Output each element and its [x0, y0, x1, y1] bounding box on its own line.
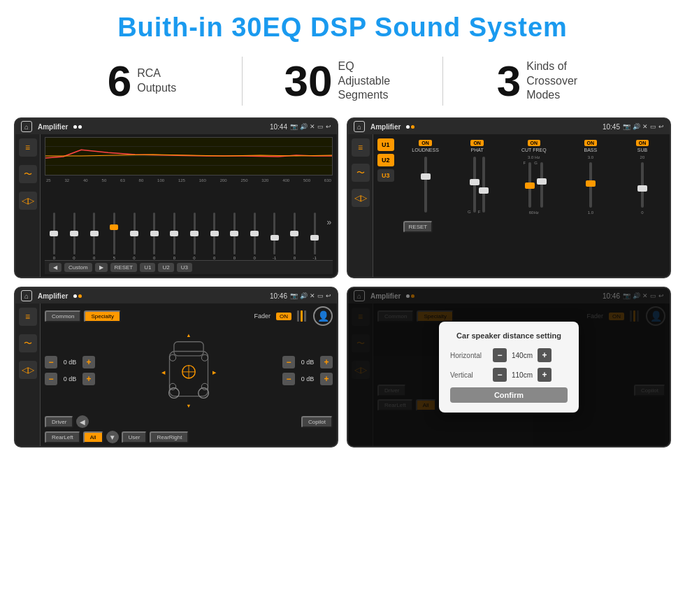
- db-plus-3[interactable]: +: [320, 356, 333, 368]
- amp-presets: U1 U2 U3: [373, 134, 398, 277]
- freq-32: 32: [65, 178, 70, 182]
- amp-time: 10:45: [603, 123, 620, 131]
- eq-screen: Amplifier 10:44 📷 🔊 ✕ ▭ ↩ ≡ 〜 ◁▷: [14, 117, 338, 278]
- amp-filter-btn[interactable]: ≡: [352, 138, 370, 157]
- db-plus-1[interactable]: +: [82, 356, 95, 368]
- user-btn[interactable]: User: [122, 431, 147, 443]
- fader-filter-btn[interactable]: ≡: [19, 308, 37, 326]
- confirm-button[interactable]: Confirm: [450, 387, 568, 403]
- eq-next-btn[interactable]: »: [325, 217, 333, 227]
- amp-dot1: [406, 125, 410, 129]
- eq-wave-btn[interactable]: 〜: [19, 165, 37, 183]
- db-minus-1[interactable]: −: [45, 356, 57, 368]
- eq-bottom-bar: ◀ Custom ▶ RESET U1 U2 U3: [45, 260, 333, 274]
- eq-status-icons: 📷 🔊 ✕ ▭ ↩: [290, 123, 331, 130]
- horizontal-plus[interactable]: +: [538, 348, 551, 362]
- svg-point-10: [170, 354, 176, 361]
- db-minus-3[interactable]: −: [282, 356, 295, 368]
- eq-filter-btn[interactable]: ≡: [19, 138, 37, 157]
- fader-volume-icon: 🔊: [300, 292, 308, 299]
- car-diagram: ▲ ▼ ◀ ▶: [99, 329, 278, 413]
- fader-content: − 0 dB + − 0 dB +: [45, 329, 333, 413]
- fader-vol-btn[interactable]: ◁▷: [19, 361, 37, 379]
- horizontal-row: Horizontal − 140cm +: [450, 348, 568, 362]
- vertical-minus[interactable]: −: [493, 368, 507, 382]
- freq-50: 50: [102, 178, 107, 182]
- stat-text-eq: EQ AdjustableSegments: [338, 59, 401, 103]
- stat-eq: 30 EQ AdjustableSegments: [243, 59, 442, 103]
- fader-wave-btn[interactable]: 〜: [19, 334, 37, 352]
- slider-5: 0: [125, 213, 144, 260]
- left-nav[interactable]: ◀: [76, 415, 89, 428]
- eq-main: 25 32 40 50 63 80 100 125 160 200 250 32…: [41, 134, 337, 277]
- driver-btn[interactable]: Driver: [45, 416, 73, 428]
- close-icon: ✕: [310, 123, 315, 130]
- u3-btn[interactable]: U3: [177, 263, 192, 272]
- fader-time: 10:46: [270, 292, 287, 300]
- specialty-tab[interactable]: Specialty: [84, 310, 120, 322]
- db-control-1: − 0 dB +: [45, 356, 95, 368]
- slider-3: 0: [85, 213, 103, 260]
- copilot-btn[interactable]: Copilot: [301, 416, 333, 428]
- u2-btn[interactable]: U2: [158, 263, 173, 272]
- custom-btn[interactable]: Custom: [64, 263, 92, 272]
- vertical-plus[interactable]: +: [538, 368, 551, 382]
- slider-2: 0: [65, 213, 84, 260]
- db-val-3: 0 dB: [298, 359, 317, 366]
- db-plus-4[interactable]: +: [320, 373, 333, 385]
- eq-sidebar: ≡ 〜 ◁▷: [15, 134, 41, 277]
- freq-400: 400: [282, 178, 289, 182]
- amp-screen: Amplifier 10:45 📷 🔊 ✕ ▭ ↩ ≡ 〜 ◁▷ U1: [347, 117, 671, 278]
- preset-u2[interactable]: U2: [377, 154, 394, 166]
- svg-point-12: [170, 383, 176, 389]
- dialog-screen: Amplifier 10:46 📷 🔊 ✕ ▭ ↩ ≡ 〜 ◁▷: [347, 287, 671, 447]
- preset-u3[interactable]: U3: [377, 169, 394, 182]
- db-minus-2[interactable]: −: [45, 373, 57, 385]
- prev-btn[interactable]: ◀: [49, 263, 62, 272]
- back-icon: ↩: [326, 123, 331, 130]
- freq-25: 25: [46, 178, 51, 182]
- fader-dot2: [78, 294, 82, 298]
- amp-sidebar: ≡ 〜 ◁▷: [348, 134, 373, 277]
- sub-on: ON: [636, 140, 649, 146]
- freq-160: 160: [199, 178, 206, 182]
- amp-home-icon[interactable]: [354, 121, 365, 132]
- db-minus-4[interactable]: −: [282, 373, 295, 385]
- home-icon[interactable]: [21, 121, 32, 132]
- preset-u1[interactable]: U1: [377, 138, 394, 151]
- slider-6: 0: [145, 213, 164, 260]
- loudness-on: ON: [419, 140, 432, 146]
- eq-vol-btn[interactable]: ◁▷: [19, 192, 37, 210]
- all-btn[interactable]: All: [83, 431, 103, 443]
- amp-reset-btn[interactable]: RESET: [403, 221, 433, 233]
- down-nav[interactable]: ▼: [106, 431, 119, 443]
- horizontal-minus[interactable]: −: [493, 348, 507, 362]
- amp-window-icon: ▭: [650, 123, 656, 130]
- fader-window-icon: ▭: [317, 292, 324, 299]
- slider-8: 0: [185, 213, 204, 260]
- fader-label: Fader: [254, 313, 271, 320]
- rearright-btn[interactable]: RearRight: [150, 431, 189, 443]
- eq-time: 10:44: [270, 123, 287, 131]
- fader-left-col: − 0 dB + − 0 dB +: [45, 329, 95, 413]
- amp-vol-btn[interactable]: ◁▷: [352, 189, 370, 207]
- fader-right-col: − 0 dB + − 0 dB +: [282, 329, 333, 413]
- amp-wave-btn[interactable]: 〜: [352, 164, 370, 182]
- stat-text-crossover: Kinds ofCrossover Modes: [526, 59, 589, 103]
- reset-btn[interactable]: RESET: [110, 263, 138, 272]
- stats-row: 6 RCAOutputs 30 EQ AdjustableSegments 3 …: [0, 50, 685, 114]
- fader-bottom-2: RearLeft All ▼ User RearRight: [45, 431, 333, 443]
- fader-home-icon[interactable]: [21, 290, 32, 301]
- play-btn[interactable]: ▶: [95, 263, 108, 272]
- horizontal-label: Horizontal: [450, 352, 489, 359]
- stat-rca: 6 RCAOutputs: [42, 59, 242, 103]
- fader-camera-icon: 📷: [290, 292, 298, 299]
- common-tab[interactable]: Common: [45, 310, 81, 322]
- horizontal-stepper: − 140cm +: [493, 348, 551, 362]
- db-plus-2[interactable]: +: [82, 373, 95, 385]
- u1-btn[interactable]: U1: [140, 263, 155, 272]
- stat-number-rca: 6: [108, 59, 131, 103]
- freq-125: 125: [178, 178, 185, 182]
- rearleft-btn[interactable]: RearLeft: [45, 431, 80, 443]
- car-svg: ▲ ▼ ◀ ▶: [157, 332, 220, 409]
